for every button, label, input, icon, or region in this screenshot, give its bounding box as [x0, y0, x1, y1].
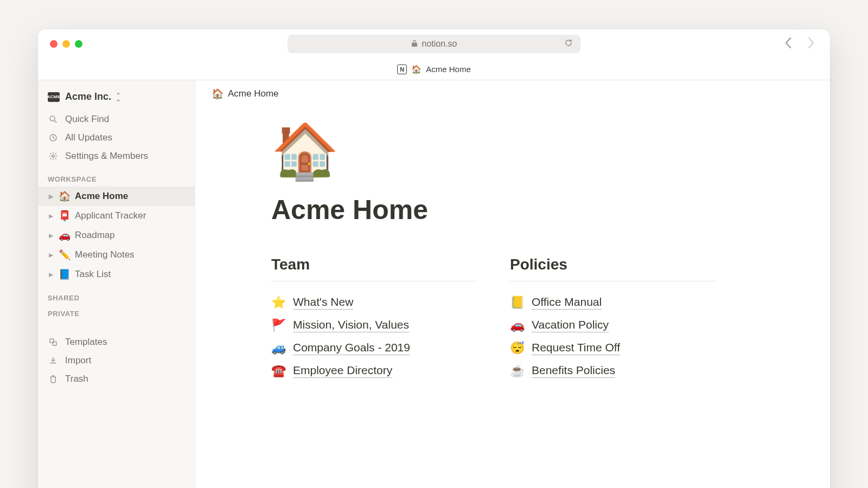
page-emoji-icon: 🏠: [59, 190, 71, 202]
all-updates-button[interactable]: All Updates: [38, 129, 195, 147]
page-link-label: Vacation Policy: [532, 318, 609, 332]
import-label: Import: [65, 355, 91, 366]
sidebar-page-item[interactable]: ▶📮Applicant Tracker: [38, 206, 195, 226]
page-label: Task List: [75, 269, 111, 280]
page-link[interactable]: 😴Request Time Off: [510, 337, 716, 359]
section-private-label: PRIVATE: [38, 305, 195, 321]
page-hero-icon[interactable]: 🏠: [271, 124, 797, 178]
sidebar-page-item[interactable]: ▶📘Task List: [38, 265, 195, 284]
trash-label: Trash: [65, 374, 88, 384]
templates-label: Templates: [65, 337, 107, 348]
page-link-emoji-icon: 🚩: [271, 318, 285, 332]
templates-icon: [48, 337, 59, 347]
page-link-label: Employee Directory: [293, 364, 392, 378]
search-icon: [48, 114, 59, 124]
chevron-right-icon[interactable]: ▶: [49, 213, 54, 220]
section-shared-label: SHARED: [38, 284, 195, 305]
settings-button[interactable]: Settings & Members: [38, 147, 195, 165]
sidebar-page-item[interactable]: ▶✏️Meeting Notes: [38, 245, 195, 265]
chevron-right-icon[interactable]: ▶: [49, 252, 54, 259]
window-controls: [50, 40, 82, 48]
page-label: Acme Home: [75, 191, 128, 202]
page-link-emoji-icon: ⭐: [271, 296, 285, 310]
page-title[interactable]: Acme Home: [271, 194, 797, 226]
notion-logo-icon: N: [397, 65, 407, 74]
all-updates-label: All Updates: [65, 132, 112, 143]
svg-point-0: [50, 116, 55, 121]
quick-find-label: Quick Find: [65, 114, 109, 125]
page-link-emoji-icon: 🚗: [510, 318, 524, 332]
page-link[interactable]: ⭐What's New: [271, 291, 477, 314]
page-link[interactable]: 🚩Mission, Vision, Values: [271, 314, 477, 337]
chevron-right-icon[interactable]: ▶: [49, 271, 54, 278]
import-icon: [48, 356, 59, 365]
page-link-emoji-icon: 📒: [510, 296, 524, 310]
tab-emoji-icon: 🏠: [411, 65, 422, 74]
browser-chrome: notion.so: [38, 29, 830, 59]
breadcrumb-label: Acme Home: [228, 88, 279, 99]
app-body: ACME Acme Inc. ⌃⌃ Quick Find All Updates: [38, 80, 830, 488]
page-link-label: Benefits Policies: [532, 364, 615, 378]
reload-icon[interactable]: [564, 38, 573, 49]
forward-button[interactable]: [807, 37, 815, 51]
workspace-switcher[interactable]: ACME Acme Inc. ⌃⌃: [38, 88, 195, 110]
page-link-label: Mission, Vision, Values: [293, 318, 409, 332]
content-column: Policies📒Office Manual🚗Vacation Policy😴R…: [510, 256, 716, 382]
page-link[interactable]: ☎️Employee Directory: [271, 359, 477, 382]
page-label: Meeting Notes: [75, 249, 135, 260]
page-link-label: What's New: [293, 296, 353, 310]
lock-icon: [411, 40, 418, 49]
columns: Team⭐What's New🚩Mission, Vision, Values🚙…: [271, 256, 797, 382]
browser-tab[interactable]: N 🏠 Acme Home: [38, 59, 830, 80]
page-emoji-icon: 🚗: [59, 229, 71, 241]
svg-point-2: [52, 155, 55, 158]
breadcrumb[interactable]: 🏠 Acme Home: [212, 88, 279, 100]
chevron-right-icon[interactable]: ▶: [49, 193, 54, 200]
page-link[interactable]: ☕Benefits Policies: [510, 359, 716, 382]
page-link-label: Request Time Off: [532, 341, 620, 355]
back-button[interactable]: [784, 37, 792, 51]
close-window-button[interactable]: [50, 40, 58, 48]
browser-window: notion.so N 🏠 Acme Home ACME Acme Inc.: [38, 29, 830, 488]
section-workspace-label: WORKSPACE: [38, 165, 195, 187]
page-content: 🏠 Acme Home Team⭐What's New🚩Mission, Vis…: [271, 124, 797, 382]
tab-title: Acme Home: [426, 65, 471, 74]
trash-icon: [48, 374, 59, 384]
browser-nav: [784, 37, 815, 51]
page-link[interactable]: 📒Office Manual: [510, 291, 716, 314]
sidebar-page-item[interactable]: ▶🏠Acme Home: [38, 187, 195, 206]
page-emoji-icon: 📘: [59, 268, 71, 280]
address-bar[interactable]: notion.so: [288, 35, 580, 53]
page-link-emoji-icon: 🚙: [271, 341, 285, 355]
column-heading: Policies: [510, 256, 716, 281]
breadcrumb-emoji-icon: 🏠: [212, 88, 224, 100]
updown-icon: ⌃⌃: [116, 94, 121, 100]
page-link-emoji-icon: 😴: [510, 341, 524, 355]
page-link-emoji-icon: ☎️: [271, 364, 285, 378]
page-link-label: Company Goals - 2019: [293, 341, 410, 355]
workspace-name: Acme Inc.: [65, 91, 111, 102]
page-link[interactable]: 🚙Company Goals - 2019: [271, 337, 477, 359]
quick-find-button[interactable]: Quick Find: [38, 110, 195, 129]
content-column: Team⭐What's New🚩Mission, Vision, Values🚙…: [271, 256, 477, 382]
page-link[interactable]: 🚗Vacation Policy: [510, 314, 716, 337]
page-link-label: Office Manual: [532, 296, 602, 310]
import-button[interactable]: Import: [38, 351, 195, 370]
page-label: Roadmap: [75, 230, 115, 241]
page-link-emoji-icon: ☕: [510, 364, 524, 378]
address-bar-url: notion.so: [422, 39, 457, 49]
clock-icon: [48, 133, 59, 143]
chevron-right-icon[interactable]: ▶: [49, 232, 54, 239]
sidebar-page-item[interactable]: ▶🚗Roadmap: [38, 226, 195, 245]
page-label: Applicant Tracker: [75, 210, 146, 221]
templates-button[interactable]: Templates: [38, 333, 195, 351]
column-heading: Team: [271, 256, 477, 281]
page-emoji-icon: ✏️: [59, 249, 71, 261]
zoom-window-button[interactable]: [75, 40, 82, 48]
workspace-logo-icon: ACME: [48, 92, 60, 102]
settings-label: Settings & Members: [65, 151, 148, 162]
trash-button[interactable]: Trash: [38, 370, 195, 388]
sidebar: ACME Acme Inc. ⌃⌃ Quick Find All Updates: [38, 80, 195, 488]
minimize-window-button[interactable]: [62, 40, 70, 48]
gear-icon: [48, 151, 59, 161]
